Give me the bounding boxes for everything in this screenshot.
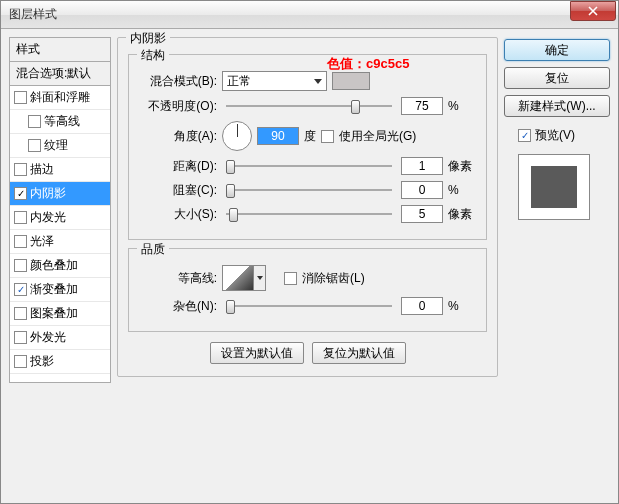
blend-mode-label: 混合模式(B):	[139, 73, 217, 90]
opacity-label: 不透明度(O):	[139, 98, 217, 115]
choke-input[interactable]: 0	[401, 181, 443, 199]
new-style-button[interactable]: 新建样式(W)...	[504, 95, 610, 117]
noise-input[interactable]: 0	[401, 297, 443, 315]
blend-mode-combo[interactable]: 正常	[222, 71, 327, 91]
style-item-7[interactable]: 颜色叠加	[10, 254, 110, 278]
style-checkbox[interactable]	[14, 259, 27, 272]
antialias-checkbox[interactable]	[284, 272, 297, 285]
noise-label: 杂色(N):	[139, 298, 217, 315]
panel-title: 内阴影	[126, 30, 170, 47]
window-title: 图层样式	[9, 6, 570, 23]
style-checkbox[interactable]	[14, 211, 27, 224]
choke-label: 阻塞(C):	[139, 182, 217, 199]
style-item-5[interactable]: 内发光	[10, 206, 110, 230]
close-button[interactable]	[570, 1, 616, 21]
angle-unit: 度	[304, 128, 316, 145]
distance-slider[interactable]	[226, 157, 392, 175]
style-item-2[interactable]: 纹理	[10, 134, 110, 158]
reset-default-button[interactable]: 复位为默认值	[312, 342, 406, 364]
style-item-3[interactable]: 描边	[10, 158, 110, 182]
style-label: 颜色叠加	[30, 257, 78, 274]
distance-input[interactable]: 1	[401, 157, 443, 175]
style-label: 图案叠加	[30, 305, 78, 322]
size-input[interactable]: 5	[401, 205, 443, 223]
noise-unit: %	[448, 299, 476, 313]
choke-slider[interactable]	[226, 181, 392, 199]
inner-shadow-fieldset: 内阴影 结构 混合模式(B): 正常 不透明度(O): 75 %	[117, 37, 498, 377]
style-label: 渐变叠加	[30, 281, 78, 298]
angle-label: 角度(A):	[139, 128, 217, 145]
color-swatch[interactable]	[332, 72, 370, 90]
styles-list: 混合选项:默认 斜面和浮雕等高线纹理描边内阴影内发光光泽颜色叠加渐变叠加图案叠加…	[9, 61, 111, 383]
contour-dropdown[interactable]	[254, 265, 266, 291]
cancel-button[interactable]: 复位	[504, 67, 610, 89]
style-item-8[interactable]: 渐变叠加	[10, 278, 110, 302]
close-icon	[588, 6, 598, 16]
size-slider[interactable]	[226, 205, 392, 223]
opacity-slider[interactable]	[226, 97, 392, 115]
style-item-1[interactable]: 等高线	[10, 110, 110, 134]
style-item-11[interactable]: 投影	[10, 350, 110, 374]
style-label: 内发光	[30, 209, 66, 226]
preview-swatch	[531, 166, 577, 208]
style-checkbox[interactable]	[14, 187, 27, 200]
settings-panel: 色值：c9c5c5 内阴影 结构 混合模式(B): 正常 不透明度(O): 75…	[117, 37, 498, 495]
make-default-button[interactable]: 设置为默认值	[210, 342, 304, 364]
style-checkbox[interactable]	[14, 163, 27, 176]
style-label: 内阴影	[30, 185, 66, 202]
styles-header: 样式	[9, 37, 111, 61]
style-checkbox[interactable]	[28, 139, 41, 152]
action-panel: 确定 复位 新建样式(W)... 预览(V)	[504, 37, 610, 495]
style-label: 等高线	[44, 113, 80, 130]
antialias-label: 消除锯齿(L)	[302, 270, 365, 287]
style-item-4[interactable]: 内阴影	[10, 182, 110, 206]
structure-group: 结构 混合模式(B): 正常 不透明度(O): 75 % 角度(A):	[128, 54, 487, 240]
style-checkbox[interactable]	[14, 355, 27, 368]
styles-panel: 样式 混合选项:默认 斜面和浮雕等高线纹理描边内阴影内发光光泽颜色叠加渐变叠加图…	[9, 37, 111, 495]
angle-dial[interactable]	[222, 121, 252, 151]
preview-label: 预览(V)	[535, 127, 575, 144]
contour-label: 等高线:	[139, 270, 217, 287]
global-light-checkbox[interactable]	[321, 130, 334, 143]
style-label: 外发光	[30, 329, 66, 346]
preview-checkbox[interactable]	[518, 129, 531, 142]
structure-title: 结构	[137, 47, 169, 64]
choke-unit: %	[448, 183, 476, 197]
quality-title: 品质	[137, 241, 169, 258]
style-item-9[interactable]: 图案叠加	[10, 302, 110, 326]
style-label: 描边	[30, 161, 54, 178]
angle-input[interactable]: 90	[257, 127, 299, 145]
style-item-10[interactable]: 外发光	[10, 326, 110, 350]
distance-unit: 像素	[448, 158, 476, 175]
style-checkbox[interactable]	[14, 91, 27, 104]
style-label: 纹理	[44, 137, 68, 154]
style-checkbox[interactable]	[14, 331, 27, 344]
distance-label: 距离(D):	[139, 158, 217, 175]
noise-slider[interactable]	[226, 297, 392, 315]
style-label: 斜面和浮雕	[30, 89, 90, 106]
style-checkbox[interactable]	[14, 235, 27, 248]
style-label: 光泽	[30, 233, 54, 250]
titlebar: 图层样式	[1, 1, 618, 29]
contour-picker[interactable]	[222, 265, 254, 291]
preview-box	[518, 154, 590, 220]
size-label: 大小(S):	[139, 206, 217, 223]
style-label: 投影	[30, 353, 54, 370]
style-checkbox[interactable]	[28, 115, 41, 128]
quality-group: 品质 等高线: 消除锯齿(L) 杂色(N):	[128, 248, 487, 332]
style-checkbox[interactable]	[14, 307, 27, 320]
opacity-input[interactable]: 75	[401, 97, 443, 115]
blending-options-row[interactable]: 混合选项:默认	[10, 62, 110, 86]
size-unit: 像素	[448, 206, 476, 223]
style-checkbox[interactable]	[14, 283, 27, 296]
layer-style-dialog: 图层样式 样式 混合选项:默认 斜面和浮雕等高线纹理描边内阴影内发光光泽颜色叠加…	[0, 0, 619, 504]
style-item-6[interactable]: 光泽	[10, 230, 110, 254]
global-light-label: 使用全局光(G)	[339, 128, 416, 145]
opacity-unit: %	[448, 99, 476, 113]
style-item-0[interactable]: 斜面和浮雕	[10, 86, 110, 110]
ok-button[interactable]: 确定	[504, 39, 610, 61]
